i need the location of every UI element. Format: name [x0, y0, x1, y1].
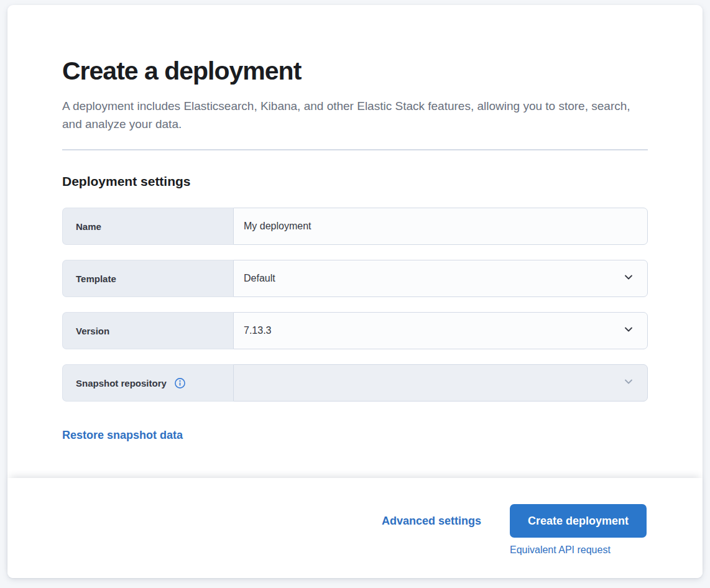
chevron-down-icon [622, 375, 635, 390]
version-select-value: 7.13.3 [244, 325, 271, 336]
info-icon[interactable] [174, 377, 186, 389]
version-label: Version [62, 312, 233, 349]
snapshot-repository-label-text: Snapshot repository [76, 378, 167, 388]
name-input[interactable] [233, 208, 648, 245]
form-row-version: Version 7.13.3 [62, 312, 648, 349]
name-label: Name [62, 208, 233, 245]
snapshot-repository-select[interactable] [233, 364, 648, 402]
template-label: Template [62, 260, 233, 297]
form-row-template: Template Default [62, 260, 648, 297]
chevron-down-icon [622, 323, 635, 338]
footer-bar: Advanced settings Create deployment Equi… [7, 478, 703, 578]
section-heading-deployment-settings: Deployment settings [62, 174, 648, 189]
template-select[interactable]: Default [233, 260, 648, 297]
chevron-down-icon [622, 271, 635, 286]
version-select[interactable]: 7.13.3 [233, 312, 648, 349]
advanced-settings-link[interactable]: Advanced settings [382, 504, 481, 538]
footer-actions: Create deployment Equivalent API request [510, 504, 647, 556]
restore-snapshot-data-link[interactable]: Restore snapshot data [62, 429, 183, 442]
page-subtitle: A deployment includes Elasticsearch, Kib… [62, 98, 640, 133]
create-deployment-card: Create a deployment A deployment include… [7, 5, 703, 578]
snapshot-repository-label: Snapshot repository [62, 364, 233, 402]
form-row-snapshot-repository: Snapshot repository [62, 364, 648, 402]
divider [62, 149, 648, 150]
template-label-text: Template [76, 273, 116, 284]
version-label-text: Version [76, 326, 109, 336]
page-title: Create a deployment [62, 56, 648, 86]
create-deployment-button[interactable]: Create deployment [510, 504, 647, 538]
card-body: Create a deployment A deployment include… [7, 5, 703, 478]
equivalent-api-request-link[interactable]: Equivalent API request [510, 544, 611, 556]
form-row-name: Name [62, 208, 648, 245]
template-select-value: Default [244, 273, 275, 284]
name-label-text: Name [76, 221, 101, 232]
